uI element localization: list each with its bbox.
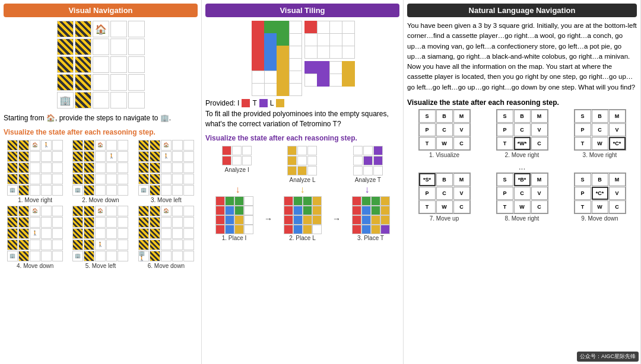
- grid-cell: [57, 74, 74, 91]
- step-3-label: 3. Move left: [151, 197, 182, 203]
- nln-bottom-steps: *S*BM PCV TWC 7. Move up S*B*M PCV TWC 8…: [407, 173, 637, 222]
- nln-step-1: SBM PCV TWC 1. Visualize: [407, 109, 481, 158]
- grid-cell: [57, 39, 74, 55]
- step-6: 🏠 🏢🚶 6. Move down: [135, 206, 198, 269]
- nln-reasoning-label: Visualize the state after each reasoning…: [407, 98, 637, 107]
- place-T-label: 3. Place T: [357, 235, 384, 241]
- grid-cell: [93, 92, 109, 108]
- grid-cell: [93, 74, 109, 91]
- arrows-row: ↓ ↓ ↓: [205, 184, 399, 195]
- place-L-label: 2. Place L: [289, 235, 315, 241]
- tiling-reasoning-label: Visualize the state after each reasoning…: [205, 134, 399, 142]
- color-L: [276, 99, 284, 107]
- nln-step-2: SBM PCV T*W*C 2. Move right: [485, 109, 559, 158]
- nln-step-8: S*B*M PCV TWC 8. Move right: [485, 173, 559, 222]
- analyze-steps: Analyze I Analyze L Analyze T: [205, 146, 399, 183]
- place-steps: 1. Place I → 2. Place L →: [205, 196, 399, 241]
- place-T: 3. Place T: [342, 196, 399, 241]
- analyze-T: Analyze T: [337, 146, 399, 183]
- nln-step-7-label: 7. Move up: [430, 215, 459, 222]
- nln-step-2-label: 2. Move right: [505, 152, 540, 158]
- grid-cell: [110, 21, 127, 37]
- nln-step-1-label: 1. Visualize: [429, 152, 459, 158]
- nln-top-steps: SBM PCV TWC 1. Visualize SBM PCV T*W*C 2…: [407, 109, 637, 158]
- nln-header: Natural Language Navigation: [407, 4, 637, 17]
- step-2-label: 2. Move down: [82, 197, 119, 203]
- step-5-label: 5. Move left: [85, 263, 116, 269]
- analyze-L: Analyze L: [271, 146, 334, 183]
- nln-text: You have been given a 3 by 3 square grid…: [407, 21, 637, 92]
- grid-cell: [128, 21, 145, 37]
- grid-cell: [75, 39, 91, 55]
- step-1-label: 1. Move right: [18, 197, 52, 203]
- nln-section: Natural Language Navigation You have bee…: [404, 0, 641, 364]
- step-1: 🏠🚶 🏢 1. Move right: [4, 140, 66, 203]
- step-2: 🏠 🚶 🏢 2. Move down: [69, 140, 132, 203]
- analyze-T-label: Analyze T: [355, 177, 381, 183]
- step-grids-top: 🏠🚶 🏢 1. Move right 🏠 🚶 🏢 2. Move do: [4, 140, 198, 203]
- analyze-I: Analyze I: [205, 146, 268, 183]
- grid-cell: [110, 74, 127, 91]
- grid-cell: [110, 92, 127, 108]
- main-nav-grid: 🏠: [4, 21, 198, 108]
- watermark: 公众号：AIGC星际先锋: [577, 352, 639, 362]
- step-3: 🏠 🚶 🏢 3. Move left: [135, 140, 198, 203]
- grid-cell: [128, 39, 145, 55]
- grid-cell: [57, 21, 74, 37]
- dots-line: ...: [407, 162, 637, 171]
- nln-step-9-label: 9. Move down: [581, 215, 618, 222]
- nln-step-3-label: 3. Move right: [583, 152, 617, 158]
- visual-tiling-header: Visual Tiling: [205, 4, 399, 17]
- grid-cell: [110, 56, 127, 73]
- grid-cell: [93, 39, 109, 55]
- nav-reasoning-label: Visualize the state after each reasoning…: [4, 128, 198, 136]
- grid-cell: [57, 56, 74, 73]
- grid-cell: 🏢: [57, 92, 74, 108]
- grid-cell: 🏠: [93, 21, 109, 37]
- nav-question: Starting from 🏠, provide the steps to na…: [4, 113, 198, 123]
- nln-step-7: *S*BM PCV TWC 7. Move up: [407, 173, 481, 222]
- analyze-L-label: Analyze L: [290, 177, 316, 183]
- visual-tiling-section: Visual Tiling: [202, 0, 404, 364]
- grid-cell: [93, 56, 109, 73]
- provided-line: Provided: I T L: [205, 99, 399, 107]
- color-T: [259, 99, 268, 107]
- step-6-label: 6. Move down: [148, 263, 185, 269]
- step-4-label: 4. Move down: [17, 263, 53, 269]
- grid-cell: [128, 92, 145, 108]
- tiling-main-grid: [205, 21, 399, 95]
- grid-cell: [128, 74, 145, 91]
- step-grids-bottom: 🏠 🚶 🏢 4. Move down 🏠 🚶 🏢 5. Move left: [4, 206, 198, 269]
- nln-step-9: SBM P*C*V TWC 9. Move down: [563, 173, 637, 222]
- step-4: 🏠 🚶 🏢 4. Move down: [4, 206, 66, 269]
- grid-cell: [128, 56, 145, 73]
- grid-cell: [75, 92, 91, 108]
- step-5: 🏠 🚶 🏢 5. Move left: [69, 206, 132, 269]
- grid-cell: [75, 56, 91, 73]
- grid-cell: [110, 39, 127, 55]
- grid-cell: [75, 21, 91, 37]
- visual-navigation-section: Visual Navigation 🏠: [0, 0, 202, 364]
- visual-navigation-header: Visual Navigation: [4, 4, 198, 17]
- place-L: 2. Place L: [274, 196, 331, 241]
- grid-cell: [75, 74, 91, 91]
- nln-step-8-label: 8. Move right: [505, 215, 540, 222]
- place-I: 1. Place I: [205, 196, 263, 241]
- tiling-question: To fit all the provided polyominoes into…: [205, 109, 399, 129]
- nln-step-3: SBM PCV TW*C* 3. Move right: [563, 109, 637, 158]
- place-I-label: 1. Place I: [222, 235, 247, 241]
- analyze-I-label: Analyze I: [225, 167, 249, 173]
- color-I: [242, 99, 250, 107]
